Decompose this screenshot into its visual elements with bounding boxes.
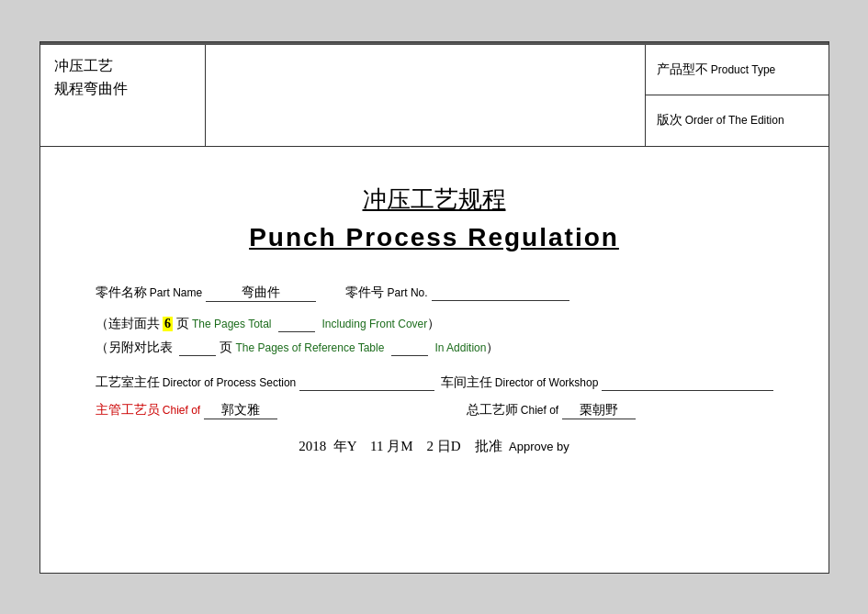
part-name-label-cn: 零件名称 bbox=[96, 285, 147, 301]
pages-cn: 页 bbox=[176, 316, 189, 332]
pages-line1: （连封面共 6 页 The Pages Total Including Fron… bbox=[96, 316, 773, 332]
process-director-item: 工艺室主任 Director of Process Section bbox=[96, 374, 434, 391]
part-name-value: 弯曲件 bbox=[206, 285, 316, 302]
chief-engineer-cn: 总工艺师 bbox=[467, 402, 518, 419]
footer-day-value: 2 bbox=[427, 439, 434, 453]
pages-line2-prefix: （另附对比表 bbox=[96, 340, 173, 356]
part-no-label-en: Part No. bbox=[384, 286, 427, 299]
main-content: 冲压工艺规程 Punch Process Regulation 零件名称 Par… bbox=[40, 147, 829, 483]
main-chief-item: 主管工艺员 Chief of 郭文雅 bbox=[96, 402, 434, 419]
header-left-line1: 冲压工艺 bbox=[54, 54, 191, 78]
chief-engineer-value: 栗朝野 bbox=[562, 402, 636, 419]
pages-line2-ye: 页 bbox=[220, 340, 232, 356]
footer-month-value: 11 bbox=[370, 439, 383, 453]
pages-line2-en2: In Addition bbox=[434, 341, 486, 354]
pages-blank3 bbox=[391, 340, 428, 356]
part-name-label-en: Part Name bbox=[147, 286, 203, 299]
header-row: 冲压工艺 规程弯曲件 产品型不 Product Type 版次 Order of… bbox=[40, 45, 829, 147]
chief-engineer-item: 总工艺师 Chief of 栗朝野 bbox=[434, 402, 773, 419]
product-type-cn: 产品型不 bbox=[657, 61, 708, 78]
part-no-value bbox=[432, 285, 569, 301]
chief-engineer-en: Chief of bbox=[518, 404, 559, 417]
footer-day-label: 日D bbox=[437, 439, 461, 453]
footer-year-value: 2018 bbox=[299, 439, 326, 453]
pages-blank2 bbox=[179, 340, 216, 356]
footer-row: 2018 年Y 11 月M 2 日D 批准 Approve by bbox=[96, 438, 773, 455]
pages-line1-suffix: ） bbox=[427, 316, 440, 332]
pages-line2-suffix: ） bbox=[486, 340, 499, 356]
chiefs-row: 主管工艺员 Chief of 郭文雅 总工艺师 Chief of 栗朝野 bbox=[96, 402, 773, 419]
header-right: 产品型不 Product Type 版次 Order of The Editio… bbox=[645, 45, 829, 146]
footer-year-label: 年Y bbox=[333, 439, 356, 453]
header-left-line2: 规程弯曲件 bbox=[54, 77, 191, 101]
workshop-director-item: 车间主任 Director of Workshop bbox=[434, 374, 773, 391]
process-director-cn: 工艺室主任 bbox=[96, 374, 160, 391]
pages-line2: （另附对比表 页 The Pages of Reference Table In… bbox=[96, 340, 773, 356]
pages-line1-en2: Including Front Cover bbox=[322, 318, 428, 330]
process-director-underline bbox=[299, 375, 434, 391]
footer-month-label: 月M bbox=[387, 439, 412, 453]
pages-number: 6 bbox=[163, 317, 173, 331]
pages-section: （连封面共 6 页 The Pages Total Including Fron… bbox=[96, 316, 773, 356]
pages-line1-prefix: （连封面共 bbox=[96, 316, 160, 332]
workshop-director-en: Director of Workshop bbox=[492, 376, 599, 389]
main-chief-value: 郭文雅 bbox=[204, 402, 277, 419]
title-en: Punch Process Regulation bbox=[96, 223, 773, 252]
document-container: 冲压工艺 规程弯曲件 产品型不 Product Type 版次 Order of… bbox=[39, 41, 829, 574]
title-cn: 冲压工艺规程 bbox=[96, 184, 773, 216]
pages-line1-en1: The Pages Total bbox=[192, 318, 272, 330]
edition-en: Order of The Edition bbox=[685, 114, 784, 127]
product-type-cell: 产品型不 Product Type bbox=[646, 45, 829, 95]
workshop-director-cn: 车间主任 bbox=[441, 374, 492, 391]
edition-cn: 版次 bbox=[657, 112, 682, 128]
workshop-director-underline bbox=[602, 375, 772, 391]
part-no-label-cn: 零件号 bbox=[345, 285, 384, 301]
directors-row: 工艺室主任 Director of Process Section 车间主任 D… bbox=[96, 374, 773, 391]
edition-cell: 版次 Order of The Edition bbox=[646, 95, 829, 146]
header-middle bbox=[206, 45, 645, 146]
main-chief-en: Chief of bbox=[160, 404, 201, 417]
footer-approve-en: Approve by bbox=[505, 440, 569, 453]
product-type-en: Product Type bbox=[711, 63, 776, 76]
pages-line2-en1: The Pages of Reference Table bbox=[236, 341, 385, 354]
header-left: 冲压工艺 规程弯曲件 bbox=[40, 45, 206, 146]
pages-blank1 bbox=[278, 317, 315, 332]
process-director-en: Director of Process Section bbox=[160, 376, 297, 389]
part-name-row: 零件名称 Part Name 弯曲件 零件号 Part No. bbox=[96, 285, 773, 302]
footer-approve-cn: 批准 bbox=[475, 439, 502, 453]
main-chief-cn: 主管工艺员 bbox=[96, 402, 160, 419]
